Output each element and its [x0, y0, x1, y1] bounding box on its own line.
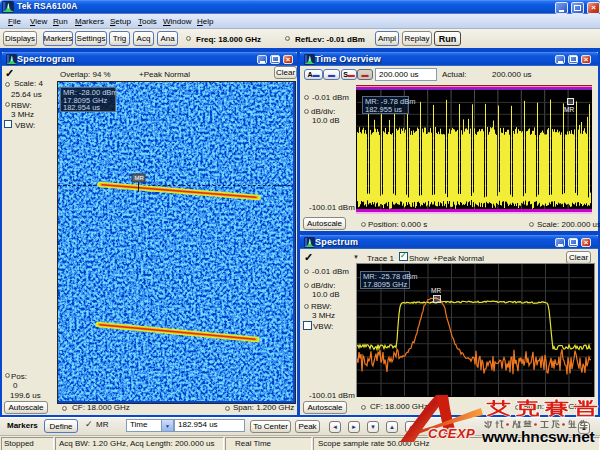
- svg-text:CCEXP: CCEXP: [428, 426, 475, 441]
- svg-text:MR: MR: [135, 175, 145, 181]
